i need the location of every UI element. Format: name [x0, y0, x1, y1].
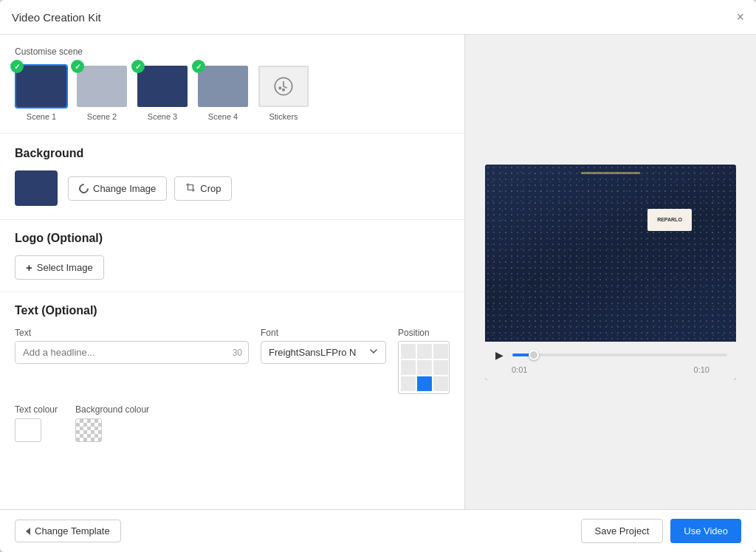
plus-icon: +	[26, 261, 32, 274]
modal-body: Customise scene ✓ Scene 1	[0, 35, 756, 509]
select-image-label: Select Image	[37, 262, 93, 273]
check-badge-1: ✓	[10, 60, 24, 73]
scene-img-4	[198, 66, 248, 107]
right-panel: REPARLO ▶ 0:01 0:10	[465, 35, 756, 509]
scene-item-4[interactable]: ✓ Scene 4	[196, 64, 250, 121]
save-project-button[interactable]: Save Project	[581, 519, 664, 543]
scene-thumb-3	[136, 64, 189, 108]
scene-name-1: Scene 1	[27, 112, 56, 121]
modal-footer: Change Template Save Project Use Video	[0, 509, 756, 552]
scene-name-4: Scene 4	[208, 112, 238, 121]
text-field-group: Text 30	[15, 328, 249, 364]
text-colour-swatch[interactable]	[15, 418, 41, 442]
check-badge-3: ✓	[131, 60, 145, 73]
text-colour-group: Text colour	[15, 404, 58, 442]
pos-cell-0[interactable]	[401, 344, 416, 359]
pos-cell-6[interactable]	[401, 376, 416, 391]
logo-section: Logo (Optional) + Select Image	[0, 219, 464, 291]
check-badge-4: ✓	[192, 60, 205, 73]
text-fields-row: Text 30 Font FreightSansLFPro N	[15, 328, 450, 394]
change-image-label: Change Image	[93, 183, 156, 194]
text-field-label: Text	[15, 328, 249, 338]
change-image-icon	[77, 182, 90, 195]
crop-label: Crop	[200, 183, 221, 194]
background-row: Change Image Crop	[15, 170, 450, 206]
position-field-label: Position	[398, 328, 450, 338]
scene-item-stickers[interactable]: Stickers	[257, 64, 310, 121]
scene-thumb-wrap-stickers	[257, 64, 310, 108]
customise-scene-label: Customise scene	[15, 46, 450, 57]
svg-point-1	[283, 89, 284, 91]
bg-colour-label: Background colour	[75, 404, 149, 415]
logo-heading: Logo (Optional)	[15, 232, 450, 245]
brand-tag: REPARLO	[647, 209, 692, 231]
pos-cell-3[interactable]	[401, 360, 416, 375]
font-select-value: FreightSansLFPro N	[269, 347, 366, 358]
time-current: 0:01	[512, 365, 527, 374]
svg-point-0	[279, 87, 281, 89]
background-heading: Background	[15, 147, 450, 160]
scene-thumb-stickers	[257, 64, 310, 108]
modal-title: Video Creation Kit	[12, 11, 101, 24]
change-image-button[interactable]: Change Image	[68, 176, 167, 201]
font-select-dropdown[interactable]: FreightSansLFPro N	[261, 341, 386, 364]
text-colour-label: Text colour	[15, 404, 58, 415]
crop-button[interactable]: Crop	[174, 176, 232, 201]
text-section: Text (Optional) Text 30 Font F	[0, 291, 464, 454]
text-heading: Text (Optional)	[15, 304, 450, 317]
chevron-down-icon	[369, 347, 378, 358]
footer-right: Save Project Use Video	[581, 519, 741, 543]
time-row: 0:01 0:10	[494, 365, 727, 374]
scene-img-2	[77, 66, 127, 107]
scene-item-3[interactable]: ✓ Scene 3	[136, 64, 189, 121]
change-template-button[interactable]: Change Template	[15, 520, 121, 542]
play-button[interactable]: ▶	[494, 348, 505, 362]
scene-item-1[interactable]: ✓ Scene 1	[15, 64, 68, 121]
scene-thumb-wrap-2: ✓	[75, 64, 128, 108]
char-limit: 30	[227, 348, 248, 358]
font-field-group: Font FreightSansLFPro N	[261, 328, 386, 364]
scene-thumb-1	[15, 64, 68, 108]
bg-colour-swatch[interactable]	[75, 418, 102, 442]
pos-cell-5[interactable]	[433, 360, 448, 375]
scene-thumb-wrap-1: ✓	[15, 64, 68, 108]
pos-cell-4[interactable]	[417, 360, 432, 375]
headline-input[interactable]	[16, 342, 227, 363]
scenes-row: ✓ Scene 1 ✓ Scene 2	[15, 64, 450, 121]
progress-bar[interactable]	[512, 353, 727, 356]
change-template-label: Change Template	[35, 525, 110, 537]
scene-thumb-4	[196, 64, 250, 108]
scene-name-stickers: Stickers	[269, 112, 298, 121]
bg-colour-group: Background colour	[75, 404, 149, 442]
font-field-label: Font	[261, 328, 386, 338]
pos-cell-7[interactable]	[417, 376, 432, 391]
time-total: 0:10	[694, 365, 709, 374]
scene-img-1	[16, 66, 66, 107]
modal-header: Video Creation Kit ×	[0, 0, 756, 35]
scene-name-3: Scene 3	[148, 112, 177, 121]
pos-cell-8[interactable]	[433, 376, 448, 391]
scene-img-stickers	[258, 66, 309, 107]
use-video-button[interactable]: Use Video	[670, 519, 741, 543]
select-image-button[interactable]: + Select Image	[15, 255, 104, 280]
pos-cell-2[interactable]	[433, 344, 448, 359]
footer-left: Change Template	[15, 520, 121, 542]
video-controls: ▶ 0:01 0:10	[485, 342, 736, 380]
pos-cell-1[interactable]	[417, 344, 432, 359]
position-grid	[398, 341, 450, 394]
background-thumbnail	[15, 170, 58, 206]
background-actions: Change Image Crop	[68, 176, 232, 201]
video-preview: REPARLO ▶ 0:01 0:10	[485, 165, 736, 380]
scene-item-2[interactable]: ✓ Scene 2	[75, 64, 128, 121]
shirt-visual: REPARLO	[485, 165, 736, 342]
scene-img-3	[137, 66, 188, 107]
collar-visual	[581, 172, 640, 209]
scene-thumb-wrap-3: ✓	[136, 64, 189, 108]
close-button[interactable]: ×	[736, 10, 744, 24]
colour-row: Text colour Background colour	[15, 404, 450, 442]
controls-row: ▶	[494, 348, 727, 362]
scene-thumb-2	[75, 64, 128, 108]
background-section: Background Change Image	[0, 134, 464, 219]
left-panel: Customise scene ✓ Scene 1	[0, 35, 465, 509]
video-image: REPARLO	[485, 165, 736, 342]
